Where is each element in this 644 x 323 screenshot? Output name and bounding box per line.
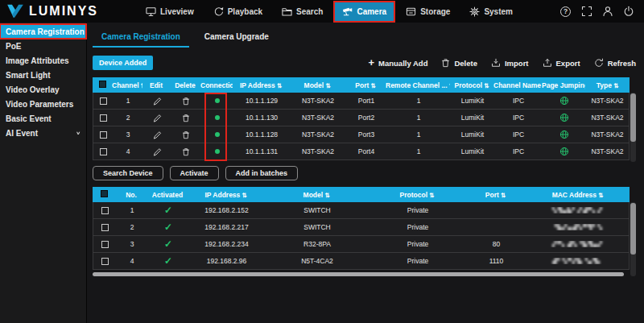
nav-playback[interactable]: Playback (206, 2, 270, 21)
manually-add-button[interactable]: + Manually Add (368, 59, 427, 68)
device-added-button[interactable]: Device Added (93, 56, 153, 70)
row-checkbox[interactable] (101, 224, 109, 231)
page-jumping-button[interactable] (543, 113, 586, 122)
sidebar-item-image-attributes[interactable]: Image Attributes (0, 53, 86, 68)
col-ip-address[interactable]: IP Address⇅ (188, 191, 264, 199)
refresh-label: Refresh (608, 59, 636, 68)
port-cell: Port2 (346, 114, 386, 122)
sidebar-item-poe[interactable]: PoE (0, 39, 86, 53)
col-protocol[interactable]: Protocol⇅ (450, 81, 493, 89)
sidebar-item-label: Image Attributes (6, 56, 69, 65)
connection-status (201, 132, 233, 137)
power-icon[interactable] (622, 6, 634, 18)
manually-add-label: Manually Add (378, 59, 427, 68)
row-checkbox[interactable] (101, 207, 109, 214)
select-all-checkbox[interactable] (101, 190, 108, 197)
delete-row-button[interactable] (171, 97, 201, 106)
sidebar-item-label: AI Event (6, 129, 38, 138)
row-checkbox[interactable] (100, 114, 107, 122)
model-cell: SWITCH (265, 206, 369, 214)
user-icon[interactable] (601, 6, 613, 18)
tab-camera-upgrade[interactable]: Camera Upgrade (196, 28, 278, 48)
model-cell: SWITCH (265, 223, 369, 231)
edit-button[interactable] (143, 147, 171, 156)
col-port[interactable]: Port⇅ (465, 191, 526, 199)
delete-row-button[interactable] (171, 147, 201, 156)
add-in-batches-button[interactable]: Add in batches (225, 166, 299, 180)
playback-icon (213, 6, 224, 17)
page-jumping-button[interactable] (543, 130, 586, 139)
col-ip-address[interactable]: IP Address⇅ (233, 81, 289, 89)
page-jumping-button[interactable] (543, 147, 586, 156)
nav-storage[interactable]: Storage (398, 2, 457, 21)
help-icon[interactable]: ? (559, 6, 572, 18)
page-jumping-button[interactable] (543, 96, 586, 106)
nav-system[interactable]: System (462, 2, 520, 21)
sidebar-item-video-parameters[interactable]: Video Parameters (0, 97, 86, 111)
sidebar-item-camera-registration[interactable]: Camera Registration (0, 24, 86, 39)
import-button[interactable]: Import (491, 58, 529, 68)
activate-button[interactable]: Activate (170, 166, 219, 180)
delete-row-button[interactable] (171, 130, 201, 139)
sidebar-item-video-overlay[interactable]: Video Overlay (0, 82, 86, 97)
vertical-scrollbar[interactable] (630, 93, 636, 142)
refresh-button[interactable]: Refresh (594, 58, 636, 68)
row-checkbox[interactable] (101, 258, 109, 265)
ip-cell: 10.1.1.128 (233, 130, 290, 139)
search-folder-icon (282, 6, 292, 17)
nav-label: Search (296, 7, 323, 16)
col-channel[interactable]: Channel⇅ (112, 81, 142, 89)
edit-button[interactable] (143, 130, 171, 139)
delete-button[interactable]: Delete (441, 58, 477, 68)
vertical-scrollbar[interactable] (630, 203, 636, 255)
channel-cell: 4 (113, 147, 143, 155)
col-delete: Delete (170, 81, 200, 89)
nav-search[interactable]: Search (275, 2, 330, 21)
channel-cell: 3 (113, 130, 143, 139)
fullscreen-scan-icon[interactable] (580, 6, 592, 18)
protocol-cell: LumiKit (451, 130, 494, 139)
sort-icon: ⇅ (598, 192, 603, 199)
col-channel-name[interactable]: Channel Name⇅ (493, 81, 542, 89)
edit-button[interactable] (143, 97, 171, 106)
edit-button[interactable] (143, 114, 171, 122)
col-mac-address[interactable]: MAC Address⇅ (526, 191, 630, 199)
row-checkbox[interactable] (100, 97, 107, 105)
sort-icon: ⇅ (324, 192, 329, 199)
select-all-checkbox[interactable] (99, 81, 106, 88)
horizontal-scrollbar[interactable] (93, 272, 624, 276)
nav-camera[interactable]: Camera (335, 2, 394, 21)
col-protocol[interactable]: Protocol⇅ (369, 191, 465, 199)
content-tabs: Camera Registration Camera Upgrade (93, 23, 636, 48)
nav-liveview[interactable]: Liveview (138, 2, 201, 21)
model-cell: N3T-SKA2 (290, 130, 346, 139)
nav-label: System (484, 7, 513, 16)
table-row: 2 10.1.1.130 N3T-SKA2 Port2 1 LumiKit IP… (93, 110, 630, 126)
col-port[interactable]: Port⇅ (345, 81, 386, 89)
row-checkbox[interactable] (100, 148, 107, 155)
col-type[interactable]: Type⇅ (585, 81, 630, 89)
type-cell: N3T-SKA2 (586, 97, 629, 105)
export-button[interactable]: Export (543, 58, 580, 68)
col-remote-channel[interactable]: Remote Channel ...⇅ (386, 81, 450, 89)
refresh-icon (594, 58, 604, 68)
row-checkbox[interactable] (101, 241, 109, 248)
tab-camera-registration[interactable]: Camera Registration (93, 28, 189, 48)
remote-channel-cell: 1 (386, 114, 451, 122)
table-row: 3 ✓ 192.168.2.234 R32-8PA Private 80 ▞▀▖… (93, 236, 630, 253)
liveview-monitor-icon (146, 6, 156, 17)
activated-check-icon: ✓ (164, 222, 172, 233)
col-model[interactable]: Model⇅ (264, 191, 369, 199)
row-checkbox[interactable] (100, 131, 107, 139)
search-device-button[interactable]: Search Device (93, 166, 163, 180)
col-connection-status: Connection Sta... (200, 81, 233, 89)
sidebar-item-basic-event[interactable]: Basic Event (0, 111, 86, 126)
sidebar-item-ai-event[interactable]: AI Event ∨ (0, 126, 86, 140)
delete-row-button[interactable] (171, 114, 201, 122)
ip-cell: 192.168.2.152 (188, 206, 265, 214)
page-jumping-globe-icon (559, 130, 569, 139)
sidebar-item-smart-light[interactable]: Smart Light (0, 68, 86, 82)
added-table-header: Channel⇅ Edit Delete Connection Sta... I… (93, 77, 630, 93)
export-label: Export (556, 59, 580, 68)
col-model[interactable]: Model⇅ (289, 81, 345, 89)
